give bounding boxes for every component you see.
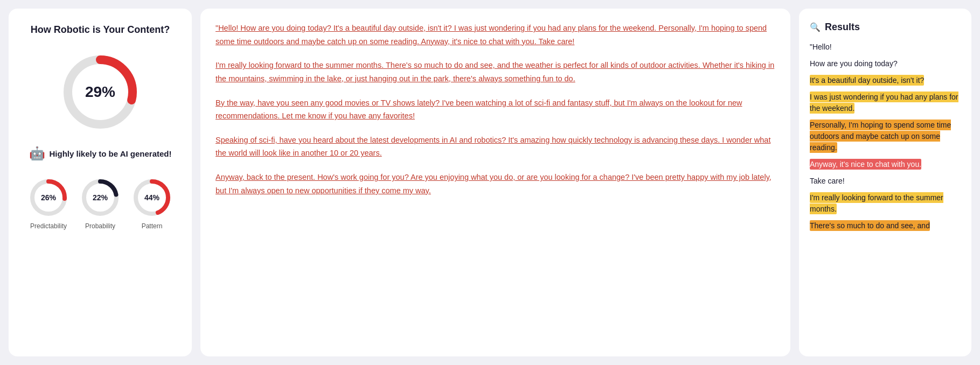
mini-label-predictability: Predictability [30,222,67,230]
result-item-4: I was just wondering if you had any plan… [810,92,961,114]
paragraph-2: I'm really looking forward to the summer… [216,59,775,85]
mini-label-probability: Probability [85,222,115,230]
result-beautiful-day: It's a beautiful day outside, isn't it? [810,75,961,86]
mini-donut-pattern: 44% [130,176,173,219]
results-title: Results [825,22,860,33]
mini-value-predictability: 26% [41,193,56,202]
highlight-anyway: Anyway, it's nice to chat with you. [810,159,921,170]
paragraph-4: Speaking of sci-fi, have you heard about… [216,134,775,160]
result-item-9: There's so much to do and see, and [810,220,961,231]
main-donut-value: 29% [85,83,115,101]
robot-label: 🤖 Highly likely to be AI generated! [29,146,172,161]
mini-label-pattern: Pattern [142,222,163,230]
results-header: 🔍 Results [810,22,961,33]
result-take-care: Take care! [810,176,961,187]
result-item-2: How are you doing today? [810,58,961,69]
highlight-so-much: There's so much to do and see, and [810,220,930,231]
right-panel: 🔍 Results "Hello! How are you doing toda… [799,9,971,356]
mini-circle-probability: 22% Probability [79,176,122,230]
result-wondering: I was just wondering if you had any plan… [810,92,961,114]
result-anyway: Anyway, it's nice to chat with you. [810,159,961,170]
highlight-wondering: I was just wondering if you had any plan… [810,92,958,114]
mini-value-pattern: 44% [144,193,159,202]
highlight-looking-forward: I'm really looking forward to the summer… [810,192,943,214]
robot-icon: 🤖 [29,146,45,161]
mini-circles-container: 26% Predictability 22% Probability [27,176,173,230]
result-how-are-you: How are you doing today? [810,58,961,69]
result-item-3: It's a beautiful day outside, isn't it? [810,75,961,86]
main-donut-chart: 29% [57,49,143,135]
mini-donut-predictability: 26% [27,176,70,219]
result-hello: "Hello! [810,41,961,53]
paragraph-5: Anyway, back to the present. How's work … [216,171,775,197]
mini-circle-pattern: 44% Pattern [130,176,173,230]
search-icon: 🔍 [810,22,821,32]
result-personally: Personally, I'm hoping to spend some tim… [810,120,961,153]
highlight-personally: Personally, I'm hoping to spend some tim… [810,120,951,153]
highlight-beautiful-day: It's a beautiful day outside, isn't it? [810,75,924,86]
result-item-7: Take care! [810,176,961,187]
content-text: "Hello! How are you doing today? It's a … [216,22,775,197]
left-panel: How Robotic is Your Content? 29% 🤖 Highl… [9,9,192,356]
result-looking-forward: I'm really looking forward to the summer… [810,192,961,215]
middle-panel: "Hello! How are you doing today? It's a … [200,9,790,356]
result-item-8: I'm really looking forward to the summer… [810,192,961,215]
result-item-6: Anyway, it's nice to chat with you. [810,159,961,170]
mini-value-probability: 22% [93,193,108,202]
paragraph-3: By the way, have you seen any good movie… [216,96,775,123]
result-item-1: "Hello! [810,41,961,53]
result-item-5: Personally, I'm hoping to spend some tim… [810,120,961,153]
left-panel-title: How Robotic is Your Content? [31,24,170,36]
mini-circle-predictability: 26% Predictability [27,176,70,230]
robot-text: Highly likely to be AI generated! [50,149,172,158]
result-so-much: There's so much to do and see, and [810,220,961,231]
mini-donut-probability: 22% [79,176,122,219]
paragraph-1: "Hello! How are you doing today? It's a … [216,22,775,48]
